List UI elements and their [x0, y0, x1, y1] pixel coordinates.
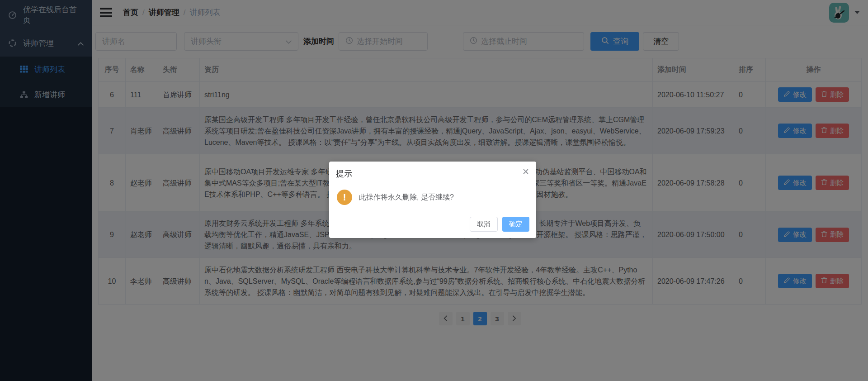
close-icon[interactable]: ✕ [522, 167, 529, 176]
admin-app: 优学在线后台首页 讲师管理 讲师列表新增讲师 首页/讲师管理/讲师列表 [0, 0, 868, 381]
dialog-message: 此操作将永久删除, 是否继续? [359, 193, 454, 202]
dialog-title: 提示 [336, 168, 529, 179]
confirm-button[interactable]: 确定 [502, 217, 529, 232]
confirm-delete-dialog: 提示 ✕ ! 此操作将永久删除, 是否继续? 取消 确定 [329, 162, 536, 238]
cancel-button[interactable]: 取消 [470, 217, 498, 232]
dialog-actions: 取消 确定 [336, 217, 529, 232]
dialog-body: ! 此操作将永久删除, 是否继续? [337, 190, 529, 205]
warning-icon: ! [337, 190, 352, 205]
